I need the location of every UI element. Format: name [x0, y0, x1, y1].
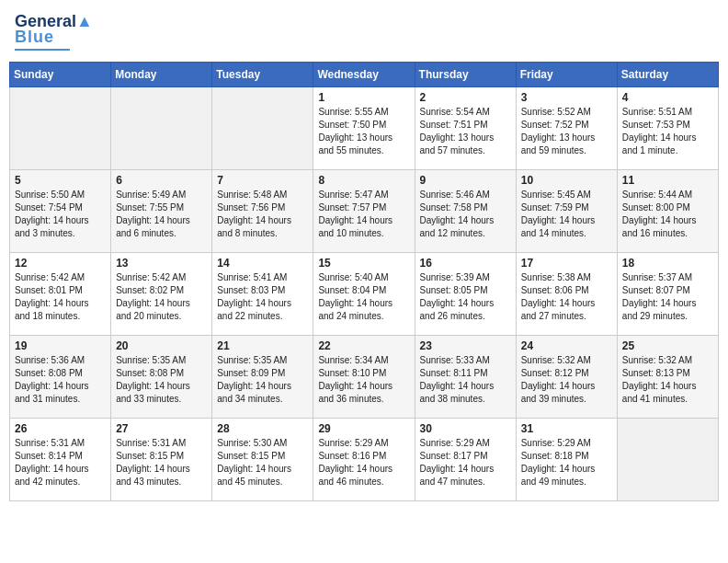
day-number: 29 — [318, 422, 409, 435]
calendar-day-28: 28Sunrise: 5:30 AM Sunset: 8:15 PM Dayli… — [212, 419, 313, 501]
day-info: Sunrise: 5:52 AM Sunset: 7:52 PM Dayligh… — [521, 106, 612, 157]
day-info: Sunrise: 5:39 AM Sunset: 8:05 PM Dayligh… — [420, 271, 511, 323]
calendar-day-5: 5Sunrise: 5:50 AM Sunset: 7:54 PM Daylig… — [10, 170, 111, 253]
day-number: 9 — [420, 174, 511, 187]
calendar-day-7: 7Sunrise: 5:48 AM Sunset: 7:56 PM Daylig… — [212, 170, 313, 253]
day-info: Sunrise: 5:44 AM Sunset: 8:00 PM Dayligh… — [622, 189, 713, 240]
calendar-week-1: 1Sunrise: 5:55 AM Sunset: 7:50 PM Daylig… — [10, 87, 719, 170]
calendar-day-30: 30Sunrise: 5:29 AM Sunset: 8:17 PM Dayli… — [415, 419, 516, 501]
calendar-day-25: 25Sunrise: 5:32 AM Sunset: 8:13 PM Dayli… — [617, 336, 718, 419]
day-info: Sunrise: 5:31 AM Sunset: 8:15 PM Dayligh… — [116, 437, 207, 488]
calendar-week-3: 12Sunrise: 5:42 AM Sunset: 8:01 PM Dayli… — [10, 253, 719, 336]
logo-underline — [15, 49, 70, 51]
day-info: Sunrise: 5:46 AM Sunset: 7:58 PM Dayligh… — [420, 189, 511, 240]
day-number: 6 — [116, 174, 207, 187]
calendar-empty — [617, 419, 718, 501]
calendar-empty — [212, 87, 313, 170]
calendar-week-2: 5Sunrise: 5:50 AM Sunset: 7:54 PM Daylig… — [10, 170, 719, 253]
header-wednesday: Wednesday — [313, 63, 415, 87]
calendar-day-29: 29Sunrise: 5:29 AM Sunset: 8:16 PM Dayli… — [313, 419, 415, 501]
calendar-day-3: 3Sunrise: 5:52 AM Sunset: 7:52 PM Daylig… — [516, 87, 617, 170]
header-monday: Monday — [111, 63, 212, 87]
calendar-day-8: 8Sunrise: 5:47 AM Sunset: 7:57 PM Daylig… — [313, 170, 415, 253]
page-header: General▲ Blue — [9, 9, 719, 54]
calendar-table: SundayMondayTuesdayWednesdayThursdayFrid… — [9, 62, 719, 501]
day-info: Sunrise: 5:41 AM Sunset: 8:03 PM Dayligh… — [217, 271, 308, 323]
day-number: 7 — [217, 174, 308, 187]
calendar-day-6: 6Sunrise: 5:49 AM Sunset: 7:55 PM Daylig… — [111, 170, 212, 253]
day-number: 8 — [318, 174, 409, 187]
day-number: 30 — [420, 422, 511, 435]
calendar-day-19: 19Sunrise: 5:36 AM Sunset: 8:08 PM Dayli… — [10, 336, 111, 419]
day-info: Sunrise: 5:32 AM Sunset: 8:13 PM Dayligh… — [622, 354, 713, 406]
day-info: Sunrise: 5:37 AM Sunset: 8:07 PM Dayligh… — [622, 271, 713, 323]
calendar-empty — [111, 87, 212, 170]
day-number: 23 — [420, 339, 511, 352]
calendar-day-16: 16Sunrise: 5:39 AM Sunset: 8:05 PM Dayli… — [415, 253, 516, 336]
calendar-header-row: SundayMondayTuesdayWednesdayThursdayFrid… — [10, 63, 719, 87]
day-number: 19 — [15, 339, 106, 352]
day-number: 26 — [15, 422, 106, 435]
header-saturday: Saturday — [617, 63, 718, 87]
calendar-day-10: 10Sunrise: 5:45 AM Sunset: 7:59 PM Dayli… — [516, 170, 617, 253]
day-number: 21 — [217, 339, 308, 352]
day-info: Sunrise: 5:42 AM Sunset: 8:02 PM Dayligh… — [116, 271, 207, 323]
day-info: Sunrise: 5:31 AM Sunset: 8:14 PM Dayligh… — [15, 437, 106, 488]
day-info: Sunrise: 5:42 AM Sunset: 8:01 PM Dayligh… — [15, 271, 106, 323]
day-info: Sunrise: 5:48 AM Sunset: 7:56 PM Dayligh… — [217, 189, 308, 240]
day-number: 28 — [217, 422, 308, 435]
day-number: 16 — [420, 257, 511, 270]
calendar-day-22: 22Sunrise: 5:34 AM Sunset: 8:10 PM Dayli… — [313, 336, 415, 419]
day-info: Sunrise: 5:30 AM Sunset: 8:15 PM Dayligh… — [217, 437, 308, 488]
day-info: Sunrise: 5:36 AM Sunset: 8:08 PM Dayligh… — [15, 354, 106, 406]
calendar-day-21: 21Sunrise: 5:35 AM Sunset: 8:09 PM Dayli… — [212, 336, 313, 419]
day-number: 5 — [15, 174, 106, 187]
calendar-day-14: 14Sunrise: 5:41 AM Sunset: 8:03 PM Dayli… — [212, 253, 313, 336]
day-number: 11 — [622, 174, 713, 187]
calendar-day-2: 2Sunrise: 5:54 AM Sunset: 7:51 PM Daylig… — [415, 87, 516, 170]
header-sunday: Sunday — [10, 63, 111, 87]
day-number: 10 — [521, 174, 612, 187]
day-number: 25 — [622, 339, 713, 352]
day-info: Sunrise: 5:29 AM Sunset: 8:16 PM Dayligh… — [318, 437, 409, 488]
calendar-week-5: 26Sunrise: 5:31 AM Sunset: 8:14 PM Dayli… — [10, 419, 719, 501]
calendar-day-13: 13Sunrise: 5:42 AM Sunset: 8:02 PM Dayli… — [111, 253, 212, 336]
day-info: Sunrise: 5:32 AM Sunset: 8:12 PM Dayligh… — [521, 354, 612, 406]
calendar-day-15: 15Sunrise: 5:40 AM Sunset: 8:04 PM Dayli… — [313, 253, 415, 336]
logo-blue: Blue — [15, 28, 54, 47]
day-info: Sunrise: 5:29 AM Sunset: 8:17 PM Dayligh… — [420, 437, 511, 488]
day-number: 12 — [15, 257, 106, 270]
day-info: Sunrise: 5:47 AM Sunset: 7:57 PM Dayligh… — [318, 189, 409, 240]
day-number: 4 — [622, 91, 713, 104]
header-tuesday: Tuesday — [212, 63, 313, 87]
logo: General▲ Blue — [15, 13, 93, 51]
calendar-day-11: 11Sunrise: 5:44 AM Sunset: 8:00 PM Dayli… — [617, 170, 718, 253]
day-info: Sunrise: 5:29 AM Sunset: 8:18 PM Dayligh… — [521, 437, 612, 488]
calendar-day-20: 20Sunrise: 5:35 AM Sunset: 8:08 PM Dayli… — [111, 336, 212, 419]
day-info: Sunrise: 5:49 AM Sunset: 7:55 PM Dayligh… — [116, 189, 207, 240]
day-info: Sunrise: 5:38 AM Sunset: 8:06 PM Dayligh… — [521, 271, 612, 323]
day-info: Sunrise: 5:35 AM Sunset: 8:08 PM Dayligh… — [116, 354, 207, 406]
day-info: Sunrise: 5:51 AM Sunset: 7:53 PM Dayligh… — [622, 106, 713, 157]
day-info: Sunrise: 5:50 AM Sunset: 7:54 PM Dayligh… — [15, 189, 106, 240]
day-info: Sunrise: 5:55 AM Sunset: 7:50 PM Dayligh… — [318, 106, 409, 157]
calendar-day-18: 18Sunrise: 5:37 AM Sunset: 8:07 PM Dayli… — [617, 253, 718, 336]
calendar-day-23: 23Sunrise: 5:33 AM Sunset: 8:11 PM Dayli… — [415, 336, 516, 419]
header-thursday: Thursday — [415, 63, 516, 87]
calendar-day-31: 31Sunrise: 5:29 AM Sunset: 8:18 PM Dayli… — [516, 419, 617, 501]
day-info: Sunrise: 5:34 AM Sunset: 8:10 PM Dayligh… — [318, 354, 409, 406]
day-number: 24 — [521, 339, 612, 352]
day-number: 14 — [217, 257, 308, 270]
calendar-day-17: 17Sunrise: 5:38 AM Sunset: 8:06 PM Dayli… — [516, 253, 617, 336]
calendar-day-27: 27Sunrise: 5:31 AM Sunset: 8:15 PM Dayli… — [111, 419, 212, 501]
day-number: 27 — [116, 422, 207, 435]
calendar-day-1: 1Sunrise: 5:55 AM Sunset: 7:50 PM Daylig… — [313, 87, 415, 170]
day-number: 17 — [521, 257, 612, 270]
day-info: Sunrise: 5:45 AM Sunset: 7:59 PM Dayligh… — [521, 189, 612, 240]
calendar-day-24: 24Sunrise: 5:32 AM Sunset: 8:12 PM Dayli… — [516, 336, 617, 419]
calendar-week-4: 19Sunrise: 5:36 AM Sunset: 8:08 PM Dayli… — [10, 336, 719, 419]
day-number: 1 — [318, 91, 409, 104]
calendar-day-26: 26Sunrise: 5:31 AM Sunset: 8:14 PM Dayli… — [10, 419, 111, 501]
day-number: 20 — [116, 339, 207, 352]
day-number: 13 — [116, 257, 207, 270]
